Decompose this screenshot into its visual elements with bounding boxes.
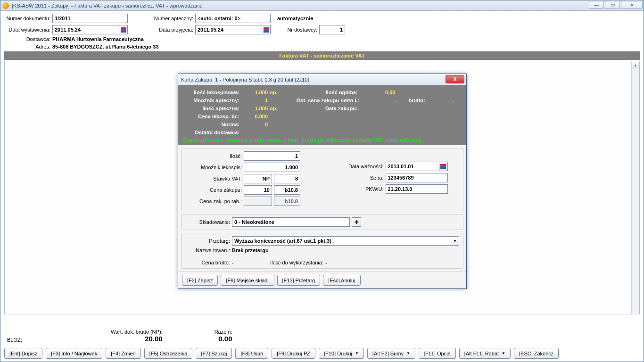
cena-brutto-value: - [232,260,241,265]
rabat-button[interactable]: [Alt F11] Rabat▼ [459,348,511,359]
plus-icon: ✚ [355,219,359,225]
ilosc-lekospisowa-value: 1.000 [239,90,268,95]
ost-cena-netto-value: - [359,98,397,103]
chevron-down-icon[interactable]: ▼ [451,236,459,246]
ilosc-label: Ilość: [185,153,242,159]
zmien-button[interactable]: [F4] Zmień [106,348,141,359]
window-controls: — ▭ ✕ [589,1,643,9]
calendar-icon[interactable] [119,25,128,34]
cena-zakupu-input[interactable] [244,185,272,195]
header-area: Numer dokumentu: Numer apteczny: automat… [0,11,644,61]
data-waznosci-label: Data ważności: [337,164,384,169]
chevron-down-icon: ▼ [355,351,359,355]
ilosc-lekospisowa-label: Ilość lekospisowa: [183,90,239,95]
calendar-icon[interactable] [262,25,271,34]
data-zakupu-value: - [358,106,363,111]
razem-label: Razem: [215,329,232,335]
button-bar: [Ent] Dopisz [F3] Info / Nagłówek [F4] Z… [4,348,640,359]
f2-zapisz-button[interactable]: [F2] Zapisz [182,275,218,286]
calendar-icon[interactable] [439,162,448,171]
op-unit: op. [270,106,278,111]
mnoznik-input[interactable] [244,163,300,172]
norma-label: Norma: [183,122,239,127]
address-label: Adres: [4,44,50,49]
maximize-button[interactable]: ▭ [605,1,620,9]
cena-po-rab-label: Cena zak. po rab.: [185,198,242,204]
cena-lekosp-label: Cena lekosp. br.: [183,114,239,119]
opcje-button[interactable]: [F11] Opcje [419,348,456,359]
esc-anuluj-button[interactable]: [Esc] Anuluj [323,275,360,286]
zakoncz-button[interactable]: [ESC] Zakończ [514,348,559,359]
doc-no-input[interactable] [52,14,128,23]
nazwa-towaru-label: Nazwa towaru: [185,247,230,253]
supplier-no-input[interactable] [319,25,345,34]
cena-po-rab-input-a [244,197,272,206]
ilosc-ogolna-label: Ilość ogólna: [278,90,358,95]
vertical-scrollbar[interactable]: ▲ [631,61,639,314]
dialog-title: Karta Zakupu: 1 - Polopiryna S tabl. 0,3… [181,77,309,82]
app-icon [2,2,9,9]
supplier-address: 85-808 BYDGOSZCZ, ul.Planu 6-letniego 33 [52,44,159,49]
info-button[interactable]: [F3] Info / Nagłówek [46,348,102,359]
ilosc-wyk-value: - [325,260,327,265]
vat-rate-input[interactable] [274,174,300,183]
pharmacy-no-input[interactable] [195,14,271,23]
usun-button[interactable]: [F8] Usuń [235,348,268,359]
skladowanie-label: Składowanie: [185,219,230,225]
doc-no-label: Numer dokumentu: [4,16,50,21]
scroll-up-icon[interactable]: ▲ [632,61,639,69]
add-storage-button[interactable]: ✚ [352,217,361,227]
przetarg-select[interactable]: ▼ [232,236,459,246]
skladowanie-input[interactable] [232,217,350,227]
supplier-no-label: Nr dostawcy: [272,27,317,33]
window-title: [KS-ASW 2011 - Zakupy] - Faktura VAT zak… [12,3,203,8]
cena-lekosp-value: 0.000 [239,114,268,119]
cena-zakupu-b-input[interactable] [274,185,300,195]
recv-date-input[interactable] [195,25,262,34]
minimize-button[interactable]: — [589,1,604,9]
seria-input[interactable] [386,173,448,182]
issue-date-label: Data wystawienia: [4,27,50,33]
f12-przetarg-button[interactable]: [F12] Przetarg [277,275,321,286]
vat-label: Stawka VAT: [185,176,242,181]
storage-section: Składowanie: ✚ [181,214,463,230]
samorozliczenie-note: Samorozliczenie: dostawa przyjmowana o w… [183,137,462,143]
ilosc-wyk-label: Ilość do wykorzystania: [243,260,323,265]
titlebar: [KS-ASW 2011 - Zakupy] - Faktura VAT zak… [0,0,644,11]
close-button[interactable]: ✕ [621,1,643,9]
seria-label: Seria: [337,175,384,181]
f9-miejsce-button[interactable]: [F9] Miejsce skład. [221,275,274,286]
mnoznik-apteczny-label: Mnożnik apteczny: [183,98,239,103]
brutto-value: - [425,98,454,103]
pkwiu-input[interactable] [386,184,448,194]
data-waznosci-input[interactable] [386,162,439,171]
vat-code-input[interactable] [244,174,272,183]
cena-brutto-label: Cena brutto: [185,260,230,265]
dopisz-button[interactable]: [Ent] Dopisz [4,348,42,359]
drukuj-button[interactable]: [F10] Drukuj▼ [319,348,364,359]
szukaj-button[interactable]: [F7] Szukaj [196,348,232,359]
ilosc-input[interactable] [244,151,300,161]
invoice-banner: Faktura VAT - samorozliczanie VAT [4,51,640,60]
cena-po-rab-input-b [274,197,300,206]
mnoznik-label: Mnożnik lekospis: [185,165,242,170]
issue-date-input[interactable] [52,25,119,34]
pharmacy-no-label: Numer apteczny: [130,16,193,21]
chevron-down-icon: ▼ [406,351,410,355]
purchase-card-dialog: Karta Zakupu: 1 - Polopiryna S tabl. 0,3… [178,74,467,289]
ilosc-ogolna-value: 0.00 [358,90,396,95]
wart-doc-label: Wart. dok. brutto (NP): [111,329,163,335]
dialog-close-button[interactable]: X [446,75,464,83]
ost-cena-netto-label: Ost. cena zakupu netto l.: [279,98,359,103]
footer-summary: BLOZ: Wart. dok. brutto (NP): 20.00 Raze… [4,328,640,344]
sumy-button[interactable]: [Alt F2] Sumy▼ [367,348,415,359]
pkwiu-label: PKWiU: [337,186,384,192]
op-unit: op. [270,90,278,95]
drukuj-pz-button[interactable]: [F9] Drukuj PZ [272,348,315,359]
brutto-label: brutto: [397,98,425,103]
dialog-titlebar: Karta Zakupu: 1 - Polopiryna S tabl. 0,3… [178,74,466,85]
ostatni-dostawca-label: Ostatni dostawca: [183,130,239,135]
nazwa-towaru-value: Brak przetargu [232,247,269,253]
ostrzezenia-button[interactable]: [F5] Ostrzeżenia [144,348,193,359]
auto-text: automatycznie [277,16,313,21]
